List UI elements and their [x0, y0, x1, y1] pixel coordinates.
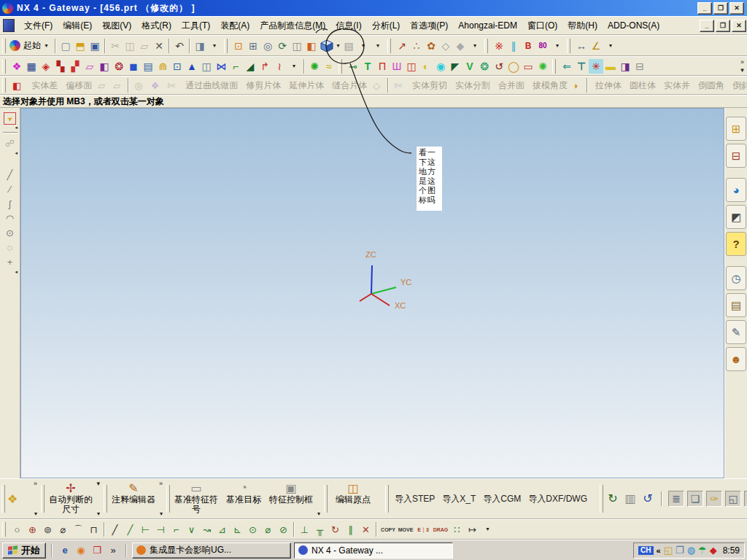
dropdown-arrow-icon[interactable]: ▾	[287, 59, 301, 74]
red-asterisk-icon[interactable]: ✳	[589, 59, 603, 74]
sphere-icon[interactable]: ❂	[112, 59, 126, 74]
start-menu-button[interactable]: 起始▾	[20, 39, 53, 52]
tray-chevron-icon[interactable]: «	[657, 546, 661, 555]
roles-icon[interactable]: ☻	[726, 347, 746, 371]
disabled-circle-icon[interactable]: ◎	[131, 79, 147, 92]
security-shield-icon[interactable]: ◆	[710, 545, 717, 555]
dim-leader-icon[interactable]: ⌐	[169, 522, 184, 537]
snap-tool-icon[interactable]: ☍	[2, 136, 18, 150]
graphics-viewport[interactable]: 看一下这地方是这个图标吗 ZC YC XC	[20, 108, 724, 478]
film-icon[interactable]: ⊟	[632, 59, 647, 74]
dropdown-arrow-icon[interactable]: ▾	[160, 511, 163, 517]
slot-icon[interactable]: ⌐	[228, 59, 243, 74]
spline-icon[interactable]: ʃ	[2, 196, 18, 211]
dashed-gear-icon[interactable]: ✺	[535, 59, 550, 74]
dim-horizontal-icon[interactable]: ⊢	[138, 522, 153, 537]
datum-plane-icon[interactable]: ▱	[82, 59, 97, 74]
boundary-display-icon[interactable]: B	[521, 39, 535, 53]
paste-icon[interactable]: ▱	[137, 39, 152, 53]
magenta-stool-icon[interactable]: Ш	[390, 59, 404, 74]
sew-sheet-button[interactable]: 缝合片体	[327, 79, 370, 92]
circle-tool-icon[interactable]: ○	[9, 522, 25, 537]
dropdown-arrow-icon[interactable]: ▾	[468, 39, 482, 53]
start-button[interactable]: 开始	[2, 542, 46, 559]
constraint-tangent-icon[interactable]: ↻	[328, 522, 343, 537]
cut-icon[interactable]: ✂	[108, 39, 123, 53]
point-icon[interactable]: +	[2, 254, 18, 269]
new-part-icon[interactable]: ▢	[58, 39, 73, 53]
dark-list-icon[interactable]: ≡	[744, 491, 747, 507]
form-feature-icon[interactable]: ▤	[141, 59, 155, 74]
sketch-tool-icon[interactable]: ❖	[7, 491, 18, 506]
ellipse-icon[interactable]: ◌	[2, 240, 18, 254]
unite-body-button[interactable]: 实体并	[659, 79, 693, 92]
line-icon[interactable]: ╱	[2, 167, 18, 182]
dropdown-arrow-icon[interactable]: ▾	[34, 511, 37, 517]
measure-distance-icon[interactable]: ↔	[574, 39, 589, 53]
radius-dim-icon[interactable]: ⌀	[55, 522, 71, 537]
chamfer-button[interactable]: 倒斜角	[727, 79, 747, 92]
recycle-rotate-icon[interactable]: ↻	[605, 491, 620, 506]
datum-feature-symbol-button[interactable]: ▭ 基准特征符号	[172, 480, 220, 518]
minimize-button[interactable]: _	[697, 2, 712, 15]
display-mode-icon[interactable]: ▤	[341, 39, 356, 53]
circle-icon[interactable]: ⊙	[2, 225, 18, 240]
circle-line-icon[interactable]: ⊚	[40, 522, 55, 537]
dropdown-arrow-icon[interactable]: ▾	[603, 39, 618, 53]
hide-annotation-icon[interactable]: ※	[492, 39, 506, 53]
dim-diagonal-icon[interactable]: ⊿	[214, 522, 230, 537]
dropdown-arrow-icon[interactable]: ▾	[335, 42, 341, 49]
arc-icon[interactable]: ◠	[2, 211, 18, 225]
assembly-navigator-icon[interactable]: ⊞	[726, 117, 746, 141]
menu-item[interactable]: 工具(T)	[177, 18, 215, 34]
monitor-icon[interactable]: ⊡	[170, 59, 185, 74]
import-step-button[interactable]: 导入STEP	[391, 493, 438, 505]
teal-hammer-icon[interactable]: ⊤	[574, 59, 589, 74]
flyout-arrow-icon[interactable]: ◂	[15, 150, 18, 155]
through-curve-mesh-button[interactable]: 通过曲线做面	[180, 79, 241, 92]
dim-angle-icon[interactable]: ∨	[184, 522, 199, 537]
orange-ring-icon[interactable]: ◯	[506, 59, 521, 74]
toolbar-overflow[interactable]: » ▾	[740, 59, 744, 74]
dropdown-arrow-icon[interactable]: ▾	[317, 511, 320, 517]
trim-sheet-button[interactable]: 修剪片体	[241, 79, 284, 92]
dropdown-arrow-icon[interactable]: ▾	[96, 481, 100, 487]
antivirus-umbrella-icon[interactable]: ☂	[698, 545, 707, 555]
zoom-box-icon[interactable]: ⊞	[246, 39, 260, 53]
teal-arrow-icon[interactable]: ⇐	[560, 59, 574, 74]
green-gear-ring-icon[interactable]: ✺	[307, 59, 322, 74]
export-image-icon[interactable]: ▥	[623, 491, 638, 506]
menu-item[interactable]: 产品制造信息(M)	[255, 18, 330, 34]
arc-text-icon[interactable]: ⌒	[71, 522, 86, 537]
save-icon[interactable]: ▣	[88, 39, 102, 53]
restore-button[interactable]: ❐	[713, 2, 728, 15]
move-tool-icon[interactable]: MOVE	[397, 522, 414, 537]
flyout-arrow-icon[interactable]: ◂	[15, 269, 18, 274]
messenger-globe-icon[interactable]: ◍	[687, 545, 695, 555]
gray-solid-icon[interactable]: ◇	[438, 39, 453, 53]
cyan-filter-icon[interactable]: ∥	[506, 39, 521, 53]
profile-corner-icon[interactable]: ⊓	[86, 522, 101, 537]
form-feature-icon[interactable]: ▞	[68, 59, 82, 74]
grab-hand-icon[interactable]: ✑	[706, 491, 722, 507]
subtract-body-icon[interactable]: ◧	[9, 79, 26, 92]
import-cgm-button[interactable]: 导入CGM	[479, 493, 525, 505]
join-face-button[interactable]: 合并面	[493, 79, 527, 92]
padlock-icon[interactable]: ⋒	[155, 59, 170, 74]
circle-point-icon[interactable]: ⊕	[25, 522, 40, 537]
palette-icon[interactable]: ✿	[424, 39, 438, 53]
feature-control-frame-button[interactable]: ▣ 特征控制框	[267, 480, 315, 518]
extrude-button[interactable]: 拉伸体	[590, 79, 624, 92]
dim-arc-icon[interactable]: ↝	[199, 522, 214, 537]
menu-item[interactable]: Ahongzai-EDM	[453, 19, 522, 32]
yellow-bar-icon[interactable]: ▬	[603, 59, 618, 74]
yellow-ball-icon[interactable]: ◐	[419, 59, 433, 74]
menu-item[interactable]: 信息(I)	[330, 18, 366, 34]
gray-solid-icon[interactable]: ◆	[453, 39, 468, 53]
disabled-sheet-icon[interactable]: ▱	[110, 79, 125, 92]
overlap-squares-icon[interactable]: ◱	[725, 491, 741, 507]
red-box-icon[interactable]: ◫	[404, 59, 419, 74]
measure-angle-icon[interactable]: ∠	[589, 39, 603, 53]
disabled-sew-icon[interactable]: ✄	[164, 79, 180, 92]
split-body-button[interactable]: 实体分割	[450, 79, 493, 92]
